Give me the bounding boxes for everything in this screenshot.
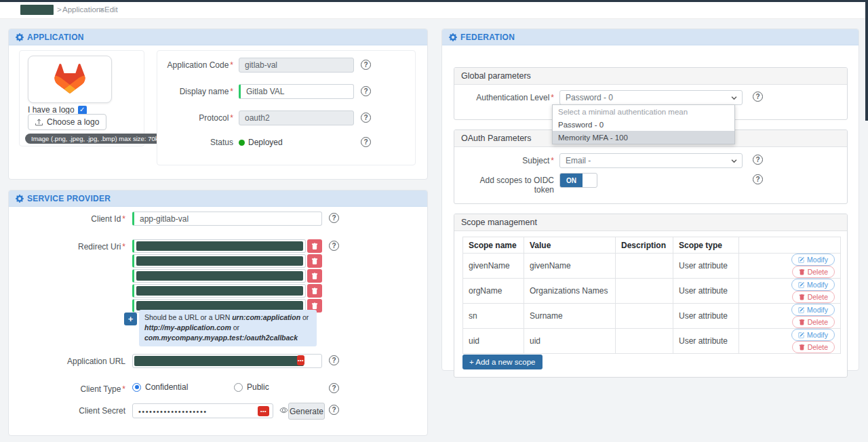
col-description: Description	[616, 237, 673, 254]
help-icon[interactable]: ?	[329, 405, 339, 415]
redacted-value	[136, 256, 303, 266]
breadcrumb-applications[interactable]: Applications	[62, 5, 104, 14]
scope-management-section: Scope management Scope name Value Descri…	[454, 214, 848, 378]
modify-scope-button[interactable]: Modify	[791, 279, 835, 291]
client-type-option-public[interactable]: Public	[234, 382, 269, 392]
subject-select[interactable]: Email -	[559, 153, 743, 168]
password-manager-icon: •••	[297, 355, 304, 365]
application-code-label: Application Code*	[165, 60, 233, 70]
eye-icon	[279, 406, 289, 414]
help-icon[interactable]: ?	[753, 174, 763, 184]
help-icon[interactable]: ?	[361, 113, 371, 123]
application-code-input	[239, 58, 354, 73]
col-scope-name: Scope name	[463, 237, 524, 254]
service-provider-panel-title: SERVICE PROVIDER	[27, 194, 111, 203]
help-icon[interactable]: ?	[361, 60, 371, 70]
radio-selected-icon[interactable]	[132, 383, 141, 392]
scrollbar-thumb[interactable]	[865, 0, 868, 121]
logo-constraint-badge: Image (.png, .jpeg, .jpg, .bmp) max size…	[25, 134, 168, 144]
modify-scope-button[interactable]: Modify	[791, 304, 835, 316]
status-text: Deployed	[248, 138, 283, 147]
help-icon[interactable]: ?	[329, 383, 339, 393]
redacted-brand-logo[interactable]	[20, 5, 54, 15]
help-icon[interactable]: ?	[361, 86, 371, 96]
gitlab-logo-icon	[45, 61, 95, 98]
delete-redirect-uri-button[interactable]	[307, 239, 322, 253]
choose-logo-button[interactable]: Choose a logo	[28, 114, 106, 130]
protocol-label: Protocol*	[165, 113, 233, 123]
trash-icon	[799, 344, 805, 350]
screen: > Applications > Edit APPLICATION	[0, 0, 868, 442]
display-name-label: Display name*	[165, 87, 233, 96]
add-scope-button[interactable]: + Add a new scope	[462, 355, 542, 369]
check-icon: ✓	[79, 106, 85, 113]
col-actions	[739, 237, 841, 254]
breadcrumb-edit: Edit	[104, 5, 118, 14]
chevron-down-icon	[731, 159, 737, 163]
application-url-label: Application URL	[17, 357, 125, 366]
choose-logo-label: Choose a logo	[47, 117, 99, 127]
add-scopes-toggle[interactable]: ON	[559, 173, 597, 188]
delete-redirect-uri-button[interactable]	[307, 269, 322, 283]
logo-card: I have a logo ✓ Choose a logo Image (.pn…	[19, 50, 144, 146]
have-logo-checkbox[interactable]: ✓	[78, 106, 87, 115]
application-panel-title: APPLICATION	[27, 33, 84, 42]
have-logo-row: I have a logo ✓	[28, 105, 87, 115]
redirect-uri-input[interactable]	[132, 269, 306, 283]
plus-icon: +	[128, 314, 134, 324]
radio-unselected-icon[interactable]	[234, 383, 243, 392]
help-icon[interactable]: ?	[329, 241, 339, 251]
help-icon[interactable]: ?	[753, 155, 763, 165]
gear-icon	[16, 33, 24, 41]
subject-label: Subject*	[461, 156, 554, 165]
application-panel-header: APPLICATION	[9, 29, 427, 45]
help-icon[interactable]: ?	[361, 137, 371, 147]
edit-icon	[798, 282, 804, 288]
redirect-uri-row	[132, 269, 322, 283]
display-name-input[interactable]	[239, 84, 354, 99]
trash-icon	[311, 258, 318, 265]
status-label: Status	[165, 138, 233, 147]
dropdown-option[interactable]: Select a minimal authentication mean	[553, 105, 734, 118]
application-logo	[28, 56, 112, 103]
scope-row: uid uid User attribute Modify Delete	[463, 329, 841, 354]
client-secret-value: •••••••••••••••••••	[138, 407, 208, 416]
delete-scope-button[interactable]: Delete	[792, 291, 835, 303]
authentication-level-dropdown: Select a minimal authentication mean Pas…	[552, 104, 735, 144]
dropdown-option[interactable]: Password - 0	[553, 118, 734, 131]
redirect-uri-input[interactable]	[132, 239, 306, 253]
client-type-label: Client Type*	[17, 384, 125, 394]
delete-scope-button[interactable]: Delete	[792, 341, 835, 353]
breadcrumb-separator: >	[99, 5, 104, 14]
redirect-uri-input[interactable]	[132, 284, 306, 298]
help-icon[interactable]: ?	[329, 213, 339, 223]
dropdown-option-highlighted[interactable]: Memority MFA - 100	[553, 131, 734, 144]
help-icon[interactable]: ?	[753, 92, 763, 102]
redacted-value	[134, 356, 304, 366]
redacted-value	[136, 271, 303, 281]
client-secret-input[interactable]: ••••••••••••••••••• •••	[132, 403, 273, 418]
global-parameters-header: Global parameters	[454, 68, 847, 85]
help-icon[interactable]: ?	[329, 355, 339, 365]
client-type-option-confidential[interactable]: Confidential	[132, 382, 188, 392]
scope-row: sn Surname User attribute Modify Delete	[463, 304, 841, 329]
add-redirect-uri-button[interactable]: +	[124, 313, 137, 325]
generate-secret-button[interactable]: Generate	[288, 403, 325, 420]
modify-scope-button[interactable]: Modify	[791, 329, 835, 341]
client-id-input[interactable]	[132, 212, 322, 226]
application-url-input[interactable]: •••	[132, 354, 322, 368]
breadcrumb-separator: >	[57, 5, 62, 14]
redirect-uri-input[interactable]	[132, 254, 306, 268]
password-manager-icon: •••	[258, 406, 269, 416]
edit-icon	[798, 257, 804, 263]
modify-scope-button[interactable]: Modify	[791, 254, 835, 266]
edit-icon	[798, 332, 804, 338]
delete-scope-button[interactable]: Delete	[792, 266, 835, 278]
delete-redirect-uri-button[interactable]	[307, 284, 322, 298]
delete-scope-button[interactable]: Delete	[792, 316, 835, 328]
federation-panel: FEDERATION Global parameters Authenticat…	[441, 28, 859, 371]
upload-icon	[35, 119, 43, 126]
scope-row: givenName givenName User attribute Modif…	[463, 254, 841, 279]
delete-redirect-uri-button[interactable]	[307, 254, 322, 268]
authentication-level-select[interactable]: Password - 0	[559, 90, 743, 105]
